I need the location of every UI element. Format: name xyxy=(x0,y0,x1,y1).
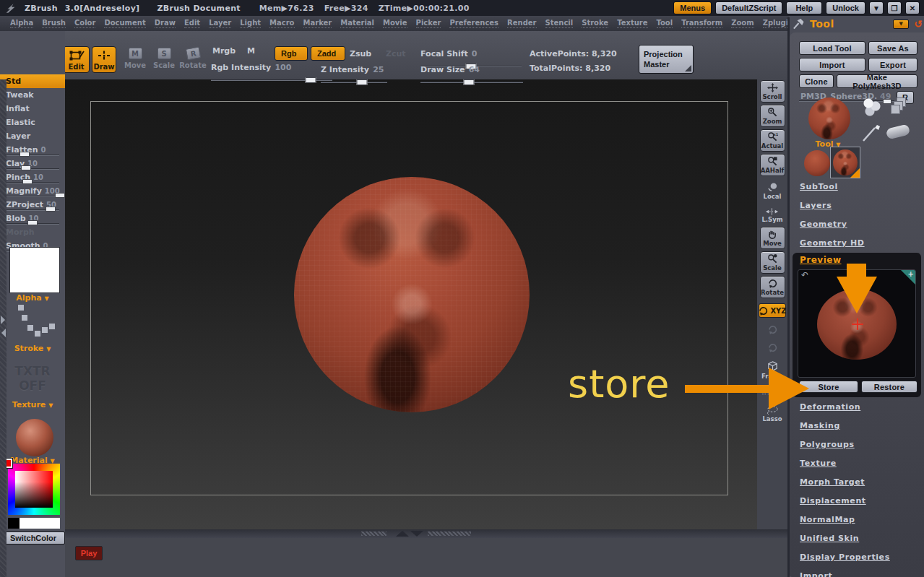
strip-zoom[interactable]: Zoom xyxy=(760,105,785,127)
brush-clay[interactable]: Clay10 xyxy=(0,157,65,170)
slider-handle[interactable] xyxy=(55,193,65,198)
projection-master-button[interactable]: Projection Master xyxy=(639,45,694,74)
alpha-thumbnail[interactable] xyxy=(9,247,60,293)
brush-tweak[interactable]: Tweak xyxy=(0,88,65,102)
zadd-button[interactable]: Zadd xyxy=(311,46,345,61)
strip-actual[interactable]: x1Actual xyxy=(760,129,785,152)
menu-stencil[interactable]: Stencil xyxy=(545,19,574,28)
rgb-intensity-slider[interactable]: Rgb Intensity 100 xyxy=(211,59,332,83)
menu-marker[interactable]: Marker xyxy=(303,19,332,28)
menu-render[interactable]: Render xyxy=(507,19,536,28)
brush-flatten[interactable]: Flatten0 xyxy=(0,143,65,157)
pick-tool-icon[interactable] xyxy=(860,122,882,142)
slider-handle[interactable] xyxy=(22,179,33,184)
texture-flyout[interactable]: Texture ▼ xyxy=(0,400,65,409)
strip-move[interactable]: Move xyxy=(760,227,785,249)
preview-section-title[interactable]: Preview xyxy=(800,255,842,265)
stroke-flyout[interactable]: Stroke ▼ xyxy=(0,344,65,353)
slider-handle[interactable] xyxy=(21,165,31,170)
z-intensity-slider[interactable]: Z Intensity 25 xyxy=(321,61,387,85)
brush-magnify[interactable]: Magnify100 xyxy=(0,184,65,198)
section-import[interactable]: Import xyxy=(800,571,890,577)
menu-transform[interactable]: Transform xyxy=(681,19,722,28)
play-button[interactable]: Play xyxy=(75,546,103,560)
menu-material[interactable]: Material xyxy=(340,19,374,28)
slider-handle[interactable] xyxy=(305,77,316,83)
m-toggle[interactable]: M xyxy=(247,46,255,56)
menu-zoom[interactable]: Zoom xyxy=(731,19,754,28)
scale-mode-button[interactable]: S Scale xyxy=(150,48,178,69)
mrgb-toggle[interactable]: Mrgb xyxy=(212,46,236,56)
secondary-color-black[interactable] xyxy=(8,518,20,529)
menus-button[interactable]: Menus xyxy=(673,1,712,14)
section-displacement[interactable]: Displacement xyxy=(800,496,890,515)
strip-scroll[interactable]: Scroll xyxy=(760,80,785,103)
strip-aahalf[interactable]: AAHalf xyxy=(760,154,785,176)
canvas-viewport[interactable] xyxy=(65,79,757,529)
panel-dropdown-icon[interactable]: ▼ xyxy=(893,19,909,29)
bottom-tray-divider[interactable] xyxy=(65,529,787,538)
section-polygroups[interactable]: Polygroups xyxy=(800,440,890,459)
slider-handle[interactable] xyxy=(46,207,56,212)
strip-rotate[interactable]: Rotate xyxy=(760,276,785,298)
tray-up-icon[interactable] xyxy=(396,531,409,537)
panel-reset-icon[interactable]: ↺ xyxy=(914,19,923,29)
strip-rotate-axis[interactable] xyxy=(767,322,778,337)
section-display-properties[interactable]: Display Properties xyxy=(800,552,890,571)
menu-document[interactable]: Document xyxy=(104,19,145,28)
menu-alpha[interactable]: Alpha xyxy=(10,19,33,28)
capsule-tool-icon[interactable] xyxy=(886,123,911,139)
rgb-button[interactable]: Rgb xyxy=(275,46,308,61)
brush-layer[interactable]: Layer xyxy=(0,129,65,143)
minimize-icon[interactable]: ▼ xyxy=(869,1,884,14)
menu-macro[interactable]: Macro xyxy=(269,19,294,28)
draw-size-slider[interactable]: Draw Size 64 xyxy=(420,61,523,85)
menu-tool[interactable]: Tool xyxy=(657,19,673,28)
restore-button[interactable]: Restore xyxy=(861,381,917,393)
clone-button[interactable]: Clone xyxy=(799,74,834,88)
make-polymesh3d-button[interactable]: Make PolyMesh3D xyxy=(837,74,917,88)
menu-picker[interactable]: Picker xyxy=(416,19,441,28)
menu-texture[interactable]: Texture xyxy=(617,19,647,28)
menu-movie[interactable]: Movie xyxy=(383,19,407,28)
section-deformation[interactable]: Deformation xyxy=(800,402,890,421)
strip-rotate-axis[interactable] xyxy=(767,340,778,355)
menu-brush[interactable]: Brush xyxy=(42,19,66,28)
menu-preferences[interactable]: Preferences xyxy=(449,19,498,28)
slider-handle[interactable] xyxy=(20,152,30,157)
slider-handle[interactable] xyxy=(27,220,38,225)
move-mode-button[interactable]: M Move xyxy=(121,48,149,69)
section-texture[interactable]: Texture xyxy=(800,459,890,477)
strip-l-sym[interactable]: L.Sym xyxy=(761,207,782,223)
menu-stroke[interactable]: Stroke xyxy=(582,19,608,28)
texture-off-thumbnail[interactable]: TXTR OFF xyxy=(0,364,65,394)
secondary-color-white[interactable] xyxy=(20,518,60,529)
brush-inflat[interactable]: Inflat xyxy=(0,102,65,116)
current-tool-thumbnail[interactable] xyxy=(808,97,850,139)
menu-light[interactable]: Light xyxy=(240,19,261,28)
brush-std[interactable]: Std xyxy=(0,74,65,88)
tray-down-icon[interactable] xyxy=(410,531,423,537)
export-button[interactable]: Export xyxy=(868,58,917,71)
brush-elastic[interactable]: Elastic xyxy=(0,116,65,129)
zsub-toggle[interactable]: Zsub xyxy=(350,49,371,58)
section-masking[interactable]: Masking xyxy=(800,421,890,440)
import-button[interactable]: Import xyxy=(799,58,865,71)
menu-edit[interactable]: Edit xyxy=(184,19,200,28)
section-layers[interactable]: Layers xyxy=(800,201,865,220)
section-geometry[interactable]: Geometry xyxy=(800,220,865,238)
help-button[interactable]: Help xyxy=(786,1,822,14)
strip-scale[interactable]: Scale xyxy=(760,251,785,274)
menu-draw[interactable]: Draw xyxy=(155,19,176,28)
tool-item-sphere[interactable] xyxy=(804,150,830,176)
save-as-button[interactable]: Save As xyxy=(868,41,917,55)
slider-handle[interactable] xyxy=(463,79,474,85)
color-picker[interactable] xyxy=(8,464,60,515)
left-tray-divider[interactable] xyxy=(0,79,7,577)
zcut-toggle[interactable]: Zcut xyxy=(386,49,406,58)
color-picker-sv-square[interactable] xyxy=(15,471,53,508)
draw-button[interactable]: Draw xyxy=(92,46,116,73)
edit-button[interactable]: Edit xyxy=(63,46,90,73)
spheres-cluster-icon[interactable] xyxy=(862,97,882,118)
cube-stack-icon[interactable] xyxy=(891,97,908,116)
